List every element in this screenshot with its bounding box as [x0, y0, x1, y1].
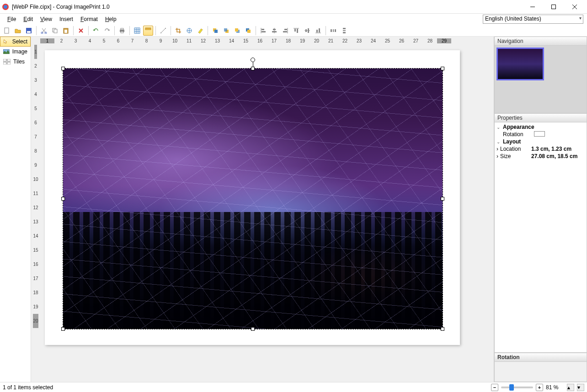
resize-handle-tm[interactable]	[251, 67, 255, 70]
menu-bar: File Edit View Insert Format Help Englis…	[0, 14, 587, 25]
navigator-thumbnail[interactable]	[496, 48, 544, 80]
language-select[interactable]: English (United States)	[483, 15, 583, 24]
hruler-tick: 7	[125, 38, 139, 43]
menu-help[interactable]: Help	[101, 15, 120, 23]
distribute-v-button[interactable]	[339, 26, 349, 36]
send-backward-button[interactable]	[232, 26, 242, 36]
highlight-button[interactable]	[195, 26, 205, 36]
prop-location[interactable]: ›Location1.3 cm, 1.23 cm	[496, 145, 586, 153]
status-selection: 1 of 1 items selected	[3, 384, 53, 391]
zoom-controls: − + 81 % ▴ ▾	[491, 384, 584, 391]
prop-size[interactable]: ›Size27.08 cm, 18.5 cm	[496, 153, 586, 160]
svg-rect-48	[331, 29, 332, 32]
align-left-button[interactable]	[258, 26, 268, 36]
hruler-tick: 19	[295, 38, 310, 43]
grid-button[interactable]	[132, 26, 142, 36]
scroll-up-button[interactable]: ▴	[567, 384, 574, 391]
svg-rect-23	[214, 30, 218, 33]
resize-handle-bl[interactable]	[61, 327, 65, 331]
zoom-out-button[interactable]: −	[491, 384, 498, 391]
selected-image[interactable]	[63, 69, 443, 329]
menu-edit[interactable]: Edit	[20, 15, 37, 23]
menu-file[interactable]: File	[4, 15, 20, 23]
vruler-tick: 1	[34, 45, 37, 59]
minimize-button[interactable]	[522, 0, 543, 14]
prop-rotation[interactable]: Rotation	[496, 131, 586, 138]
undo-button[interactable]	[91, 26, 101, 36]
zoom-slider[interactable]	[501, 387, 533, 388]
hruler-tick: 9	[154, 38, 168, 43]
rotation-swatch[interactable]	[534, 131, 545, 137]
page[interactable]	[45, 50, 460, 345]
svg-rect-58	[7, 62, 11, 64]
svg-rect-17	[121, 32, 123, 33]
adjust-button[interactable]	[184, 26, 194, 36]
resize-handle-ml[interactable]	[61, 197, 65, 201]
align-center-button[interactable]	[269, 26, 279, 36]
svg-rect-50	[335, 29, 336, 32]
navigation-body[interactable]	[494, 46, 587, 113]
svg-rect-35	[272, 31, 277, 32]
tool-tiles[interactable]: Tiles	[0, 57, 31, 67]
hruler-tick: 28	[423, 38, 437, 43]
hruler-tick: 8	[139, 38, 154, 43]
close-button[interactable]	[564, 0, 585, 14]
align-middle-button[interactable]	[302, 26, 312, 36]
resize-handle-tl[interactable]	[61, 67, 65, 70]
hruler-tick: 2	[54, 38, 69, 43]
hruler-tick: 20	[310, 38, 324, 43]
vertical-ruler[interactable]: 1234567891011121314151617181920	[31, 45, 40, 382]
crop-button[interactable]	[173, 26, 183, 36]
menu-insert[interactable]: Insert	[56, 15, 77, 23]
menu-format[interactable]: Format	[77, 15, 101, 23]
new-button[interactable]	[2, 26, 12, 36]
resize-handle-tr[interactable]	[441, 67, 444, 70]
vruler-tick: 15	[33, 243, 38, 257]
scroll-down-button[interactable]: ▾	[577, 384, 584, 391]
vruler-tick: 14	[33, 229, 38, 243]
cut-button[interactable]	[39, 26, 49, 36]
redo-button[interactable]	[102, 26, 112, 36]
copy-button[interactable]	[50, 26, 60, 36]
svg-rect-29	[247, 30, 251, 33]
bring-front-button[interactable]	[210, 26, 220, 36]
maximize-button[interactable]	[543, 0, 564, 14]
measure-button[interactable]	[158, 26, 168, 36]
tool-image[interactable]: Image	[0, 47, 31, 57]
menu-view[interactable]: View	[37, 15, 56, 23]
resize-handle-bm[interactable]	[251, 327, 255, 331]
hruler-tick: 10	[168, 38, 182, 43]
svg-rect-46	[316, 30, 318, 32]
zoom-slider-thumb[interactable]	[509, 384, 514, 391]
vruler-tick: 13	[33, 215, 38, 229]
resize-handle-mr[interactable]	[441, 197, 444, 201]
svg-point-20	[165, 28, 166, 29]
horizontal-ruler[interactable]: 1234567891011121314151617181920212223242…	[40, 37, 494, 45]
group-layout[interactable]: ⌄Layout	[496, 138, 586, 145]
print-button[interactable]	[117, 26, 127, 36]
resize-handle-br[interactable]	[441, 327, 444, 331]
bring-forward-button[interactable]	[221, 26, 231, 36]
svg-rect-25	[224, 28, 227, 32]
properties-header: Properties	[494, 113, 587, 122]
align-top-button[interactable]	[291, 26, 301, 36]
group-appearance[interactable]: ⌄Appearance	[496, 123, 586, 131]
send-back-button[interactable]	[243, 26, 253, 36]
tool-select[interactable]: Select	[0, 37, 31, 47]
open-button[interactable]	[13, 26, 23, 36]
rotation-handle[interactable]	[251, 58, 255, 62]
align-bottom-button[interactable]	[313, 26, 323, 36]
hruler-tick: 12	[196, 38, 210, 43]
tool-tiles-label: Tiles	[13, 58, 25, 65]
zoom-in-button[interactable]: +	[536, 384, 543, 391]
chevron-right-icon: ›	[496, 146, 498, 152]
distribute-h-button[interactable]	[328, 26, 338, 36]
paste-button[interactable]	[61, 26, 71, 36]
align-right-button[interactable]	[280, 26, 290, 36]
canvas-area[interactable]: 1234567891011121314151617181920212223242…	[31, 37, 494, 382]
delete-button[interactable]	[76, 26, 86, 36]
toolbar	[0, 25, 587, 37]
save-button[interactable]	[24, 26, 34, 36]
rulers-button[interactable]	[143, 26, 153, 36]
zoom-value: 81 %	[546, 384, 564, 391]
